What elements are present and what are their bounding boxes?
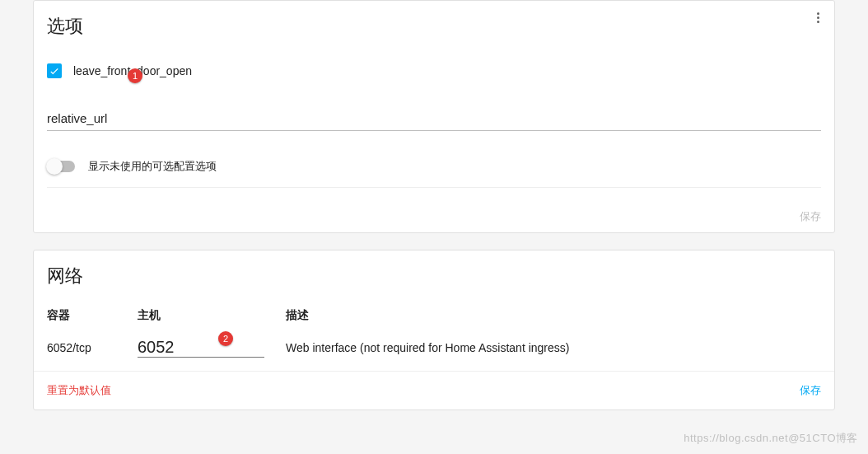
row-container-value: 6052/tcp bbox=[47, 341, 138, 354]
network-save-button[interactable]: 保存 bbox=[800, 383, 821, 398]
toggle-knob bbox=[46, 158, 63, 175]
options-save-row: 保存 bbox=[34, 201, 834, 232]
row-desc-value: Web interface (not required for Home Ass… bbox=[286, 341, 821, 354]
checkmark-icon bbox=[49, 65, 60, 77]
header-desc: 描述 bbox=[286, 308, 821, 323]
network-table: 容器 主机 描述 6052/tcp Web interface (not req… bbox=[47, 308, 821, 358]
show-unused-toggle[interactable] bbox=[47, 161, 75, 172]
options-title: 选项 bbox=[47, 14, 821, 39]
header-host: 主机 bbox=[138, 308, 286, 323]
header-container: 容器 bbox=[47, 308, 138, 323]
options-save-button[interactable]: 保存 bbox=[800, 209, 821, 224]
leave-front-door-open-checkbox[interactable] bbox=[47, 63, 62, 78]
annotation-badge-2: 2 bbox=[218, 331, 233, 346]
reset-defaults-button[interactable]: 重置为默认值 bbox=[47, 383, 111, 398]
network-card: 网络 容器 主机 描述 6052/tcp Web interface (not … bbox=[33, 250, 835, 410]
watermark-text: https://blog.csdn.net@51CTO博客 bbox=[684, 431, 858, 446]
relative-url-input-wrap bbox=[47, 106, 821, 131]
relative-url-input[interactable] bbox=[47, 106, 821, 131]
network-title: 网络 bbox=[47, 264, 821, 288]
annotation-badge-1: 1 bbox=[128, 68, 142, 83]
network-table-header: 容器 主机 描述 bbox=[47, 308, 821, 323]
options-card: 选项 leave_front_door_open 1 显示未使用的可选配置选项 … bbox=[33, 0, 835, 233]
network-table-row: 6052/tcp Web interface (not required for… bbox=[47, 338, 821, 358]
host-port-input[interactable] bbox=[138, 338, 264, 358]
show-unused-toggle-row: 显示未使用的可选配置选项 bbox=[47, 159, 821, 188]
kebab-menu-icon[interactable] bbox=[806, 6, 829, 29]
checkbox-row: leave_front_door_open 1 bbox=[47, 63, 821, 78]
toggle-label: 显示未使用的可选配置选项 bbox=[88, 159, 217, 174]
network-footer: 重置为默认值 保存 bbox=[34, 371, 834, 410]
